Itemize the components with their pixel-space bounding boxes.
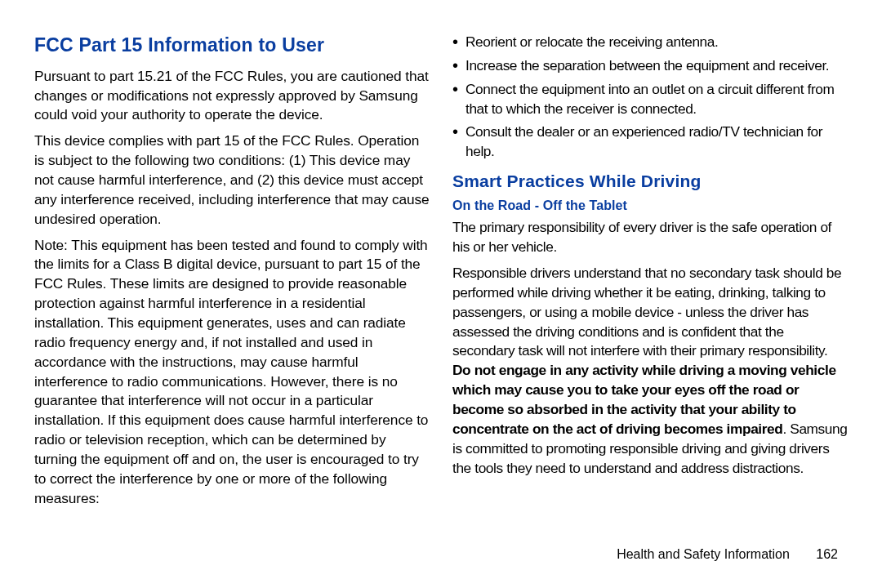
page-footer: Health and Safety Information 162 (617, 547, 838, 562)
footer-section-label: Health and Safety Information (617, 547, 790, 561)
list-item: Connect the equipment into an outlet on … (452, 80, 848, 119)
two-column-layout: FCC Part 15 Information to User Pursuant… (34, 33, 848, 536)
fcc-para-1: Pursuant to part 15.21 of the FCC Rules,… (34, 67, 430, 126)
page-number: 162 (816, 547, 838, 562)
driving-heading: Smart Practices While Driving (452, 170, 848, 194)
fcc-heading: FCC Part 15 Information to User (34, 33, 430, 59)
driving-para-2-bold: Do not engage in any activity while driv… (452, 362, 836, 437)
list-item: Increase the separation between the equi… (452, 56, 848, 76)
right-column: Reorient or relocate the receiving anten… (452, 33, 848, 536)
list-item: Reorient or relocate the receiving anten… (452, 33, 848, 52)
fcc-para-2: This device complies with part 15 of the… (34, 131, 430, 229)
fcc-para-3: Note: This equipment has been tested and… (34, 236, 430, 509)
driving-para-2: Responsible drivers understand that no s… (452, 264, 848, 478)
driving-para-2a: Responsible drivers understand that no s… (452, 265, 841, 359)
left-column: FCC Part 15 Information to User Pursuant… (34, 33, 430, 536)
driving-para-1: The primary responsibility of every driv… (452, 218, 848, 257)
driving-subheading: On the Road - Off the Tablet (452, 197, 848, 215)
list-item: Consult the dealer or an experienced rad… (452, 122, 848, 162)
interference-measures-list: Reorient or relocate the receiving anten… (452, 33, 848, 162)
